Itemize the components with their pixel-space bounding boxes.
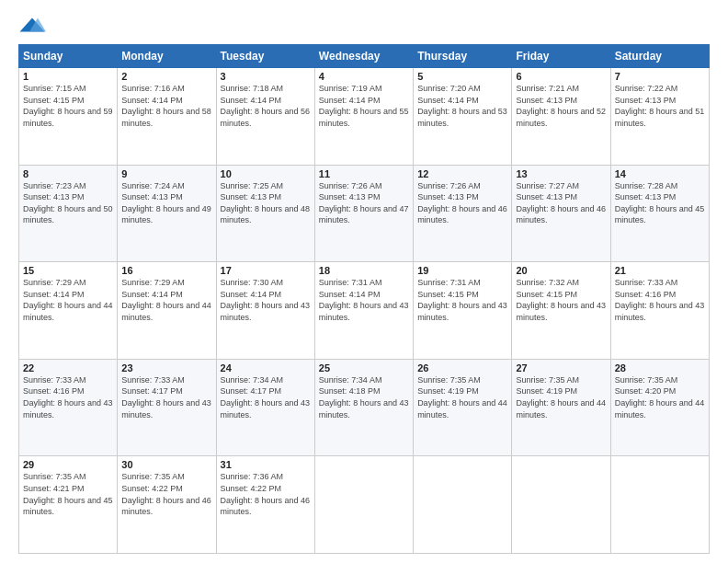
calendar-cell: 24Sunrise: 7:34 AMSunset: 4:17 PMDayligh… — [216, 359, 314, 456]
day-number: 19 — [417, 265, 507, 276]
calendar-cell: 3Sunrise: 7:18 AMSunset: 4:14 PMDaylight… — [216, 68, 314, 166]
day-number: 26 — [417, 362, 507, 373]
day-info: Sunrise: 7:22 AMSunset: 4:13 PMDaylight:… — [615, 84, 705, 128]
calendar-week-row: 15Sunrise: 7:29 AMSunset: 4:14 PMDayligh… — [19, 262, 710, 360]
day-number: 2 — [121, 71, 211, 82]
day-info: Sunrise: 7:29 AMSunset: 4:14 PMDaylight:… — [121, 278, 211, 322]
calendar-cell: 18Sunrise: 7:31 AMSunset: 4:14 PMDayligh… — [314, 262, 413, 360]
day-info: Sunrise: 7:20 AMSunset: 4:14 PMDaylight:… — [417, 84, 507, 128]
calendar-cell: 2Sunrise: 7:16 AMSunset: 4:14 PMDaylight… — [118, 68, 216, 166]
day-number: 3 — [221, 71, 311, 82]
day-info: Sunrise: 7:32 AMSunset: 4:15 PMDaylight:… — [516, 278, 606, 322]
day-number: 8 — [23, 168, 113, 179]
logo-icon — [18, 17, 46, 33]
day-info: Sunrise: 7:31 AMSunset: 4:15 PMDaylight:… — [417, 278, 507, 322]
day-number: 6 — [516, 71, 606, 82]
day-number: 16 — [121, 265, 211, 276]
calendar-cell: 25Sunrise: 7:34 AMSunset: 4:18 PMDayligh… — [314, 359, 413, 456]
calendar-cell: 23Sunrise: 7:33 AMSunset: 4:17 PMDayligh… — [118, 359, 216, 456]
weekday-header-thursday: Thursday — [414, 45, 512, 68]
day-number: 1 — [23, 71, 113, 82]
calendar-cell — [414, 456, 512, 554]
calendar-week-row: 1Sunrise: 7:15 AMSunset: 4:15 PMDaylight… — [19, 68, 710, 166]
weekday-header-tuesday: Tuesday — [216, 45, 314, 68]
day-number: 30 — [121, 459, 211, 470]
day-info: Sunrise: 7:25 AMSunset: 4:13 PMDaylight:… — [221, 181, 311, 225]
day-number: 22 — [23, 362, 113, 373]
calendar-cell: 10Sunrise: 7:25 AMSunset: 4:13 PMDayligh… — [216, 165, 314, 262]
weekday-header-wednesday: Wednesday — [314, 45, 413, 68]
day-number: 9 — [121, 168, 211, 179]
day-number: 11 — [319, 168, 409, 179]
calendar-cell: 26Sunrise: 7:35 AMSunset: 4:19 PMDayligh… — [414, 359, 512, 456]
day-number: 25 — [319, 362, 409, 373]
day-number: 18 — [319, 265, 409, 276]
day-number: 4 — [319, 71, 409, 82]
day-number: 17 — [221, 265, 311, 276]
calendar-cell: 20Sunrise: 7:32 AMSunset: 4:15 PMDayligh… — [512, 262, 610, 360]
day-number: 31 — [221, 459, 311, 470]
day-info: Sunrise: 7:28 AMSunset: 4:13 PMDaylight:… — [615, 181, 705, 225]
calendar-cell: 15Sunrise: 7:29 AMSunset: 4:14 PMDayligh… — [19, 262, 118, 360]
day-number: 27 — [516, 362, 606, 373]
day-info: Sunrise: 7:35 AMSunset: 4:22 PMDaylight:… — [121, 472, 211, 516]
day-info: Sunrise: 7:35 AMSunset: 4:19 PMDaylight:… — [516, 375, 606, 419]
calendar-cell: 31Sunrise: 7:36 AMSunset: 4:22 PMDayligh… — [216, 456, 314, 554]
calendar-cell: 9Sunrise: 7:24 AMSunset: 4:13 PMDaylight… — [118, 165, 216, 262]
day-info: Sunrise: 7:19 AMSunset: 4:14 PMDaylight:… — [319, 84, 409, 128]
calendar-week-row: 8Sunrise: 7:23 AMSunset: 4:13 PMDaylight… — [19, 165, 710, 262]
day-number: 12 — [417, 168, 507, 179]
calendar-cell: 19Sunrise: 7:31 AMSunset: 4:15 PMDayligh… — [414, 262, 512, 360]
calendar-cell: 28Sunrise: 7:35 AMSunset: 4:20 PMDayligh… — [610, 359, 709, 456]
day-info: Sunrise: 7:26 AMSunset: 4:13 PMDaylight:… — [319, 181, 409, 225]
day-info: Sunrise: 7:23 AMSunset: 4:13 PMDaylight:… — [23, 181, 113, 225]
day-number: 13 — [516, 168, 606, 179]
calendar-cell: 14Sunrise: 7:28 AMSunset: 4:13 PMDayligh… — [610, 165, 709, 262]
calendar-cell: 17Sunrise: 7:30 AMSunset: 4:14 PMDayligh… — [216, 262, 314, 360]
calendar-cell: 27Sunrise: 7:35 AMSunset: 4:19 PMDayligh… — [512, 359, 610, 456]
day-number: 23 — [121, 362, 211, 373]
day-info: Sunrise: 7:34 AMSunset: 4:18 PMDaylight:… — [319, 375, 409, 419]
day-info: Sunrise: 7:35 AMSunset: 4:20 PMDaylight:… — [615, 375, 705, 419]
calendar-cell — [314, 456, 413, 554]
calendar-cell: 16Sunrise: 7:29 AMSunset: 4:14 PMDayligh… — [118, 262, 216, 360]
day-number: 10 — [221, 168, 311, 179]
calendar-cell: 11Sunrise: 7:26 AMSunset: 4:13 PMDayligh… — [314, 165, 413, 262]
day-info: Sunrise: 7:33 AMSunset: 4:17 PMDaylight:… — [121, 375, 211, 419]
day-number: 21 — [615, 265, 705, 276]
day-info: Sunrise: 7:26 AMSunset: 4:13 PMDaylight:… — [417, 181, 507, 225]
day-number: 7 — [615, 71, 705, 82]
header — [18, 17, 710, 35]
calendar-cell — [512, 456, 610, 554]
calendar-cell: 13Sunrise: 7:27 AMSunset: 4:13 PMDayligh… — [512, 165, 610, 262]
calendar-cell — [610, 456, 709, 554]
day-info: Sunrise: 7:30 AMSunset: 4:14 PMDaylight:… — [221, 278, 311, 322]
day-info: Sunrise: 7:29 AMSunset: 4:14 PMDaylight:… — [23, 278, 113, 322]
calendar-cell: 5Sunrise: 7:20 AMSunset: 4:14 PMDaylight… — [414, 68, 512, 166]
day-info: Sunrise: 7:24 AMSunset: 4:13 PMDaylight:… — [121, 181, 211, 225]
day-info: Sunrise: 7:34 AMSunset: 4:17 PMDaylight:… — [221, 375, 311, 419]
day-info: Sunrise: 7:16 AMSunset: 4:14 PMDaylight:… — [121, 84, 211, 128]
day-number: 20 — [516, 265, 606, 276]
day-info: Sunrise: 7:18 AMSunset: 4:14 PMDaylight:… — [221, 84, 311, 128]
weekday-header-monday: Monday — [118, 45, 216, 68]
calendar-cell: 30Sunrise: 7:35 AMSunset: 4:22 PMDayligh… — [118, 456, 216, 554]
page: SundayMondayTuesdayWednesdayThursdayFrid… — [0, 0, 728, 563]
day-info: Sunrise: 7:36 AMSunset: 4:22 PMDaylight:… — [221, 472, 311, 516]
calendar-cell: 21Sunrise: 7:33 AMSunset: 4:16 PMDayligh… — [610, 262, 709, 360]
weekday-header-sunday: Sunday — [19, 45, 118, 68]
day-info: Sunrise: 7:31 AMSunset: 4:14 PMDaylight:… — [319, 278, 409, 322]
day-info: Sunrise: 7:33 AMSunset: 4:16 PMDaylight:… — [23, 375, 113, 419]
calendar-cell: 4Sunrise: 7:19 AMSunset: 4:14 PMDaylight… — [314, 68, 413, 166]
calendar-cell: 22Sunrise: 7:33 AMSunset: 4:16 PMDayligh… — [19, 359, 118, 456]
calendar-week-row: 29Sunrise: 7:35 AMSunset: 4:21 PMDayligh… — [19, 456, 710, 554]
calendar-cell: 1Sunrise: 7:15 AMSunset: 4:15 PMDaylight… — [19, 68, 118, 166]
calendar-header-row: SundayMondayTuesdayWednesdayThursdayFrid… — [19, 45, 710, 68]
day-info: Sunrise: 7:15 AMSunset: 4:15 PMDaylight:… — [23, 84, 113, 128]
weekday-header-saturday: Saturday — [610, 45, 709, 68]
day-info: Sunrise: 7:35 AMSunset: 4:19 PMDaylight:… — [417, 375, 507, 419]
calendar-cell: 29Sunrise: 7:35 AMSunset: 4:21 PMDayligh… — [19, 456, 118, 554]
calendar-cell: 12Sunrise: 7:26 AMSunset: 4:13 PMDayligh… — [414, 165, 512, 262]
day-info: Sunrise: 7:35 AMSunset: 4:21 PMDaylight:… — [23, 472, 113, 516]
logo — [18, 17, 46, 35]
